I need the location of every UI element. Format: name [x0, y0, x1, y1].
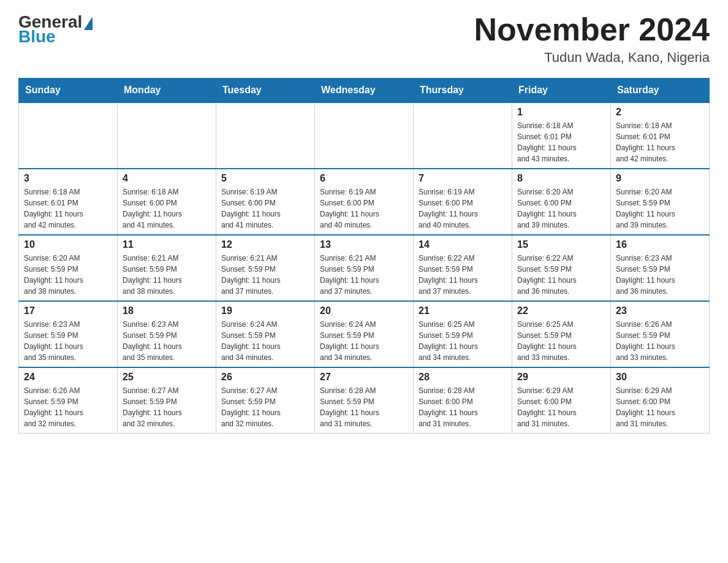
calendar-cell — [315, 102, 414, 169]
day-number: 23 — [616, 305, 704, 316]
day-number: 16 — [616, 239, 704, 250]
day-number: 9 — [616, 173, 704, 184]
day-info: Sunrise: 6:21 AM Sunset: 5:59 PM Dayligh… — [221, 253, 309, 297]
day-info: Sunrise: 6:19 AM Sunset: 6:00 PM Dayligh… — [221, 186, 309, 231]
day-info: Sunrise: 6:23 AM Sunset: 5:59 PM Dayligh… — [616, 253, 704, 297]
column-header-friday: Friday — [512, 79, 611, 103]
calendar-cell: 7Sunrise: 6:19 AM Sunset: 6:00 PM Daylig… — [414, 169, 512, 235]
day-info: Sunrise: 6:23 AM Sunset: 5:59 PM Dayligh… — [24, 319, 112, 363]
calendar-cell: 18Sunrise: 6:23 AM Sunset: 5:59 PM Dayli… — [118, 301, 216, 367]
calendar-cell — [414, 102, 512, 169]
day-info: Sunrise: 6:24 AM Sunset: 5:59 PM Dayligh… — [320, 319, 408, 363]
calendar-cell: 11Sunrise: 6:21 AM Sunset: 5:59 PM Dayli… — [118, 235, 216, 301]
calendar-cell — [216, 102, 315, 169]
calendar-cell — [118, 102, 216, 169]
day-number: 22 — [517, 305, 605, 316]
day-number: 28 — [419, 372, 507, 383]
day-number: 19 — [221, 305, 309, 316]
calendar-cell: 20Sunrise: 6:24 AM Sunset: 5:59 PM Dayli… — [315, 301, 414, 367]
calendar-cell: 27Sunrise: 6:28 AM Sunset: 5:59 PM Dayli… — [315, 367, 414, 434]
day-number: 27 — [320, 372, 408, 383]
calendar-cell: 1Sunrise: 6:18 AM Sunset: 6:01 PM Daylig… — [512, 102, 611, 169]
page-header: General Blue November 2024 Tudun Wada, K… — [18, 12, 710, 66]
day-info: Sunrise: 6:21 AM Sunset: 5:59 PM Dayligh… — [320, 253, 408, 297]
calendar-cell: 3Sunrise: 6:18 AM Sunset: 6:01 PM Daylig… — [19, 169, 118, 235]
calendar-cell: 5Sunrise: 6:19 AM Sunset: 6:00 PM Daylig… — [216, 169, 315, 235]
column-header-tuesday: Tuesday — [216, 79, 315, 103]
day-number: 4 — [123, 173, 211, 184]
day-number: 8 — [517, 173, 605, 184]
day-number: 21 — [419, 305, 507, 316]
day-info: Sunrise: 6:20 AM Sunset: 5:59 PM Dayligh… — [24, 253, 112, 297]
week-row-5: 24Sunrise: 6:26 AM Sunset: 5:59 PM Dayli… — [19, 367, 710, 434]
column-header-sunday: Sunday — [19, 79, 118, 103]
day-info: Sunrise: 6:23 AM Sunset: 5:59 PM Dayligh… — [123, 319, 211, 363]
day-info: Sunrise: 6:27 AM Sunset: 5:59 PM Dayligh… — [123, 385, 211, 429]
column-header-saturday: Saturday — [611, 79, 710, 103]
day-info: Sunrise: 6:25 AM Sunset: 5:59 PM Dayligh… — [517, 319, 605, 363]
day-info: Sunrise: 6:29 AM Sunset: 6:00 PM Dayligh… — [517, 385, 605, 429]
day-info: Sunrise: 6:18 AM Sunset: 6:01 PM Dayligh… — [616, 120, 704, 164]
column-header-thursday: Thursday — [414, 79, 512, 103]
day-number: 29 — [517, 372, 605, 383]
calendar-cell: 2Sunrise: 6:18 AM Sunset: 6:01 PM Daylig… — [611, 102, 710, 169]
day-info: Sunrise: 6:18 AM Sunset: 6:01 PM Dayligh… — [517, 120, 605, 164]
day-number: 12 — [221, 239, 309, 250]
day-number: 20 — [320, 305, 408, 316]
calendar-cell: 29Sunrise: 6:29 AM Sunset: 6:00 PM Dayli… — [512, 367, 611, 434]
day-number: 24 — [24, 372, 112, 383]
day-number: 6 — [320, 173, 408, 184]
calendar-cell: 28Sunrise: 6:28 AM Sunset: 6:00 PM Dayli… — [414, 367, 512, 434]
calendar-cell: 26Sunrise: 6:27 AM Sunset: 5:59 PM Dayli… — [216, 367, 315, 434]
calendar-cell: 15Sunrise: 6:22 AM Sunset: 5:59 PM Dayli… — [512, 235, 611, 301]
calendar-cell: 12Sunrise: 6:21 AM Sunset: 5:59 PM Dayli… — [216, 235, 315, 301]
calendar-cell: 19Sunrise: 6:24 AM Sunset: 5:59 PM Dayli… — [216, 301, 315, 367]
day-number: 2 — [616, 107, 704, 118]
day-info: Sunrise: 6:18 AM Sunset: 6:00 PM Dayligh… — [123, 186, 211, 231]
day-info: Sunrise: 6:22 AM Sunset: 5:59 PM Dayligh… — [517, 253, 605, 297]
calendar-cell: 9Sunrise: 6:20 AM Sunset: 5:59 PM Daylig… — [611, 169, 710, 235]
week-row-4: 17Sunrise: 6:23 AM Sunset: 5:59 PM Dayli… — [19, 301, 710, 367]
calendar-cell: 13Sunrise: 6:21 AM Sunset: 5:59 PM Dayli… — [315, 235, 414, 301]
day-info: Sunrise: 6:19 AM Sunset: 6:00 PM Dayligh… — [419, 186, 507, 231]
day-info: Sunrise: 6:20 AM Sunset: 6:00 PM Dayligh… — [517, 186, 605, 231]
title-area: November 2024 Tudun Wada, Kano, Nigeria — [474, 12, 710, 66]
day-number: 10 — [24, 239, 112, 250]
day-number: 7 — [419, 173, 507, 184]
logo-blue-text: Blue — [18, 27, 56, 47]
month-title: November 2024 — [474, 12, 710, 47]
day-number: 3 — [24, 173, 112, 184]
day-info: Sunrise: 6:21 AM Sunset: 5:59 PM Dayligh… — [123, 253, 211, 297]
calendar-cell: 25Sunrise: 6:27 AM Sunset: 5:59 PM Dayli… — [118, 367, 216, 434]
day-number: 1 — [517, 107, 605, 118]
column-header-monday: Monday — [118, 79, 216, 103]
day-number: 26 — [221, 372, 309, 383]
calendar-cell — [19, 102, 118, 169]
calendar-cell: 6Sunrise: 6:19 AM Sunset: 6:00 PM Daylig… — [315, 169, 414, 235]
calendar-cell: 10Sunrise: 6:20 AM Sunset: 5:59 PM Dayli… — [19, 235, 118, 301]
day-number: 5 — [221, 173, 309, 184]
day-info: Sunrise: 6:26 AM Sunset: 5:59 PM Dayligh… — [616, 319, 704, 363]
day-info: Sunrise: 6:28 AM Sunset: 6:00 PM Dayligh… — [419, 385, 507, 429]
day-info: Sunrise: 6:24 AM Sunset: 5:59 PM Dayligh… — [221, 319, 309, 363]
day-info: Sunrise: 6:26 AM Sunset: 5:59 PM Dayligh… — [24, 385, 112, 429]
logo-triangle-icon — [84, 17, 93, 30]
day-number: 11 — [123, 239, 211, 250]
calendar-header-row: SundayMondayTuesdayWednesdayThursdayFrid… — [19, 79, 710, 103]
day-number: 14 — [419, 239, 507, 250]
day-info: Sunrise: 6:27 AM Sunset: 5:59 PM Dayligh… — [221, 385, 309, 429]
calendar-cell: 30Sunrise: 6:29 AM Sunset: 6:00 PM Dayli… — [611, 367, 710, 434]
day-info: Sunrise: 6:20 AM Sunset: 5:59 PM Dayligh… — [616, 186, 704, 231]
day-info: Sunrise: 6:19 AM Sunset: 6:00 PM Dayligh… — [320, 186, 408, 231]
calendar-cell: 24Sunrise: 6:26 AM Sunset: 5:59 PM Dayli… — [19, 367, 118, 434]
day-info: Sunrise: 6:22 AM Sunset: 5:59 PM Dayligh… — [419, 253, 507, 297]
calendar-table: SundayMondayTuesdayWednesdayThursdayFrid… — [18, 78, 710, 434]
day-number: 13 — [320, 239, 408, 250]
calendar-cell: 23Sunrise: 6:26 AM Sunset: 5:59 PM Dayli… — [611, 301, 710, 367]
calendar-cell: 16Sunrise: 6:23 AM Sunset: 5:59 PM Dayli… — [611, 235, 710, 301]
day-number: 25 — [123, 372, 211, 383]
day-number: 15 — [517, 239, 605, 250]
day-number: 17 — [24, 305, 112, 316]
calendar-cell: 8Sunrise: 6:20 AM Sunset: 6:00 PM Daylig… — [512, 169, 611, 235]
day-number: 30 — [616, 372, 704, 383]
